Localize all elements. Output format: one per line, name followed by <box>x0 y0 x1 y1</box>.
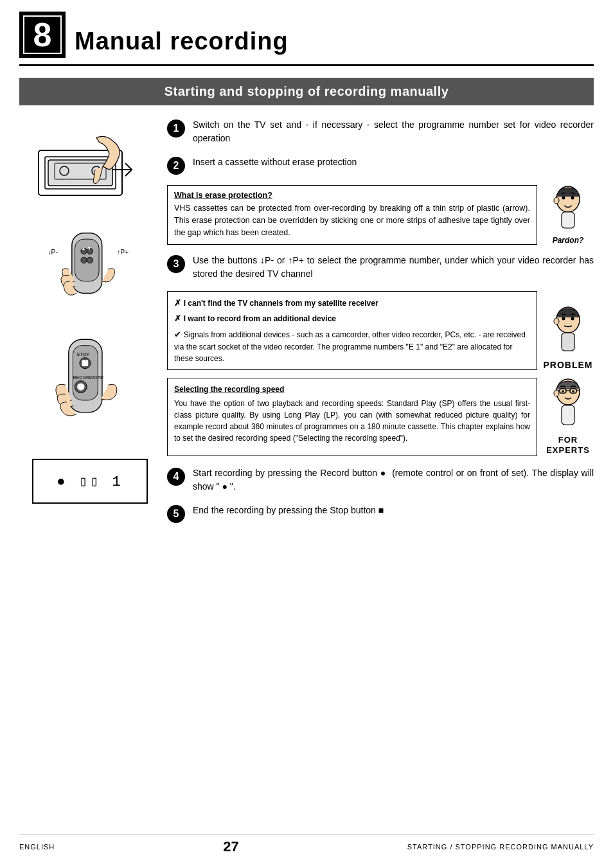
step-4-text: Start recording by pressing the Record b… <box>193 466 594 493</box>
section-banner: Starting and stopping of recording manua… <box>19 78 594 105</box>
remote-illustration-2: STOP RECORD/OTR <box>19 330 161 446</box>
erase-aside-label: Pardon? <box>553 236 584 245</box>
svg-rect-2 <box>48 160 112 186</box>
right-column: 1 Switch on the TV set and - if necessar… <box>161 105 594 533</box>
svg-point-12 <box>87 257 93 263</box>
page-footer: English 27 Starting / stopping recording… <box>19 834 594 855</box>
problem-aside: PROBLEM <box>542 291 594 370</box>
footer-page-number: 27 <box>223 838 238 855</box>
main-content: ▲ ▼ ↓P- ↑P+ STOP <box>19 105 594 533</box>
svg-text:↑P+: ↑P+ <box>117 249 129 256</box>
svg-point-31 <box>562 317 565 320</box>
expert-text: You have the option of two playback and … <box>174 398 530 444</box>
svg-rect-21 <box>82 360 88 366</box>
svg-text:↓P-: ↓P- <box>48 249 57 256</box>
erase-info-content: What is erase protection? VHS cassettes … <box>167 185 537 245</box>
problem-box: ✗ I can't find the TV channels from my s… <box>167 291 594 370</box>
remote-illustration-1: ▲ ▼ ↓P- ↑P+ <box>19 221 161 317</box>
step-1-number: 1 <box>167 120 185 137</box>
cassette-illustration <box>19 131 161 208</box>
step-3-text: Use the buttons ↓P- or ↑P+ to select the… <box>193 254 594 281</box>
problem-item-2: I want to record from an additional devi… <box>184 314 336 323</box>
svg-point-32 <box>571 317 574 320</box>
problem-solution: Signals from additional devices - such a… <box>174 330 526 363</box>
section-title: Starting and stopping of recording manua… <box>164 84 449 98</box>
chapter-number: 8 <box>33 15 52 54</box>
step-2-number: 2 <box>167 157 185 175</box>
svg-point-24 <box>77 383 84 390</box>
expert-aside: FOREXPERTS <box>542 378 594 457</box>
step-3-number: 3 <box>167 255 185 273</box>
step-2: 2 Insert a cassette without erase protec… <box>167 155 594 175</box>
chapter-number-box: 8 <box>19 12 66 58</box>
svg-point-26 <box>562 197 565 200</box>
svg-point-43 <box>554 390 559 396</box>
expert-aside-label: FOREXPERTS <box>546 435 590 457</box>
svg-text:▲: ▲ <box>81 245 85 251</box>
svg-point-33 <box>554 318 559 324</box>
step-5-text: End the recording by pressing the Stop b… <box>193 504 384 517</box>
svg-point-42 <box>572 390 574 393</box>
step-1-text: Switch on the TV set and - if necessary … <box>193 118 594 145</box>
erase-info-text: VHS cassettes can be protected from over… <box>174 202 530 238</box>
header-rule <box>19 64 594 66</box>
svg-text:STOP: STOP <box>76 351 89 357</box>
svg-text:RECORD/OTR: RECORD/OTR <box>73 375 103 380</box>
footer-language: English <box>19 843 55 851</box>
svg-rect-34 <box>562 333 574 351</box>
step-4-number: 4 <box>167 468 185 486</box>
step-4: 4 Start recording by pressing the Record… <box>167 466 594 493</box>
problem-content: ✗ I can't find the TV channels from my s… <box>167 291 537 370</box>
erase-info-title: What is erase protection? <box>174 191 530 200</box>
step-3: 3 Use the buttons ↓P- or ↑P+ to select t… <box>167 254 594 281</box>
svg-text:▼: ▼ <box>87 245 91 251</box>
chapter-title: Manual recording <box>75 28 289 58</box>
expert-title: Selecting the recording speed <box>174 384 530 395</box>
display-illustration: ● ▯▯ 1 <box>32 459 148 504</box>
step-5: 5 End the recording by pressing the Stop… <box>167 504 594 523</box>
svg-rect-44 <box>562 405 574 425</box>
step-1: 1 Switch on the TV set and - if necessar… <box>167 118 594 145</box>
problem-aside-label: PROBLEM <box>544 360 593 370</box>
svg-rect-29 <box>562 212 574 228</box>
svg-point-27 <box>571 197 574 200</box>
svg-point-28 <box>554 197 559 204</box>
step-2-text: Insert a cassette without erase protecti… <box>193 155 357 169</box>
left-column: ▲ ▼ ↓P- ↑P+ STOP <box>19 105 161 533</box>
problem-item-1: I can't find the TV channels from my sat… <box>184 299 378 308</box>
svg-point-11 <box>81 257 87 263</box>
expert-box: Selecting the recording speed You have t… <box>167 378 594 457</box>
expert-content: Selecting the recording speed You have t… <box>167 378 537 457</box>
page-header: 8 Manual recording <box>0 0 613 58</box>
footer-section-title: Starting / stopping recording manually <box>407 843 594 851</box>
step-5-number: 5 <box>167 505 185 523</box>
svg-point-41 <box>562 390 564 393</box>
erase-protection-box: What is erase protection? VHS cassettes … <box>167 185 594 245</box>
erase-aside: Pardon? <box>542 185 594 245</box>
